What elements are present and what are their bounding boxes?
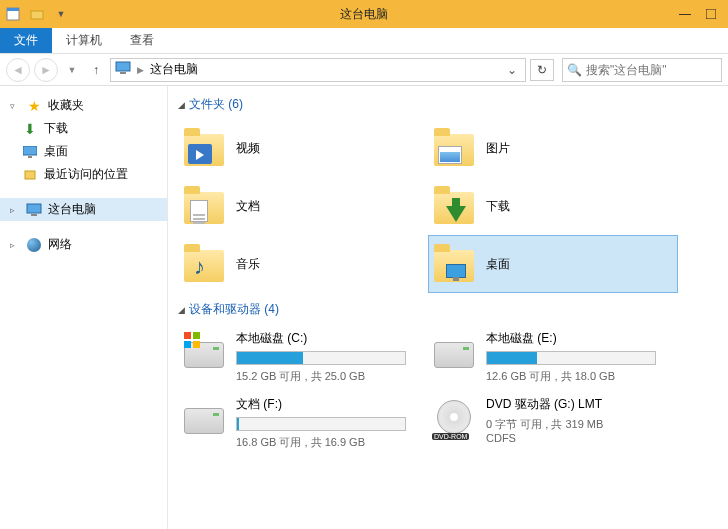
drive-capacity: 15.2 GB 可用 , 共 25.0 GB — [236, 369, 424, 384]
network-icon — [26, 237, 42, 253]
sidebar-label: 收藏夹 — [48, 97, 84, 114]
capacity-bar — [486, 351, 656, 365]
qat-dropdown-icon[interactable]: ▼ — [52, 5, 70, 23]
sidebar-item-downloads[interactable]: ⬇ 下载 — [0, 117, 167, 140]
section-folders-header[interactable]: ◢ 文件夹 (6) — [178, 96, 718, 113]
drive-item[interactable]: DVD-ROMDVD 驱动器 (G:) LMT0 字节 可用 , 共 319 M… — [428, 390, 678, 456]
svg-rect-3 — [706, 9, 716, 19]
sidebar-thispc[interactable]: ▹ 这台电脑 — [0, 198, 167, 221]
star-icon: ★ — [26, 98, 42, 114]
download-icon: ⬇ — [22, 121, 38, 137]
folder-item-desktopf[interactable]: 桌面 — [428, 235, 678, 293]
new-folder-icon[interactable] — [28, 5, 46, 23]
sidebar-item-label: 下载 — [44, 120, 68, 137]
dvd-icon: DVD-ROM — [432, 396, 476, 440]
folder-label: 下载 — [486, 198, 510, 215]
folder-label: 图片 — [486, 140, 510, 157]
desktop-icon — [22, 144, 38, 160]
search-box[interactable]: 🔍 — [562, 58, 722, 82]
tab-view[interactable]: 查看 — [116, 28, 168, 53]
forward-button[interactable]: ► — [34, 58, 58, 82]
computer-icon — [115, 61, 131, 78]
svg-rect-4 — [116, 62, 130, 71]
drive-icon — [182, 330, 226, 374]
chevron-right-icon: ▶ — [137, 65, 144, 75]
svg-rect-11 — [184, 332, 191, 339]
drive-icon — [432, 330, 476, 374]
sidebar-network[interactable]: ▹ 网络 — [0, 233, 167, 256]
sidebar: ▿ ★ 收藏夹 ⬇ 下载 桌面 最近访问的位置 ▹ 这台电脑 — [0, 86, 168, 529]
file-tab[interactable]: 文件 — [0, 28, 52, 53]
tab-computer[interactable]: 计算机 — [52, 28, 116, 53]
drive-name: 文档 (F:) — [236, 396, 424, 413]
svg-rect-8 — [25, 171, 35, 179]
sidebar-label: 网络 — [48, 236, 72, 253]
svg-rect-13 — [184, 341, 191, 348]
content-area: ◢ 文件夹 (6) 视频图片文档下载♪音乐桌面 ◢ 设备和驱动器 (4) 本地磁… — [168, 86, 728, 529]
recent-icon — [22, 167, 38, 183]
svg-rect-2 — [31, 11, 43, 19]
folder-label: 音乐 — [236, 256, 260, 273]
sidebar-favorites[interactable]: ▿ ★ 收藏夹 — [0, 94, 167, 117]
refresh-button[interactable]: ↻ — [530, 59, 554, 81]
folder-icon — [182, 126, 226, 170]
folder-item-video[interactable]: 视频 — [178, 119, 428, 177]
folder-icon — [432, 184, 476, 228]
expand-icon: ▿ — [10, 101, 20, 111]
folder-item-documents[interactable]: 文档 — [178, 177, 428, 235]
up-button[interactable]: ↑ — [86, 60, 106, 80]
drive-name: DVD 驱动器 (G:) LMT — [486, 396, 674, 413]
drive-item[interactable]: 本地磁盘 (C:)15.2 GB 可用 , 共 25.0 GB — [178, 324, 428, 390]
collapse-icon: ◢ — [178, 305, 185, 315]
search-input[interactable] — [586, 63, 717, 77]
svg-rect-6 — [23, 146, 37, 155]
properties-icon[interactable] — [4, 5, 22, 23]
folder-icon — [432, 126, 476, 170]
drive-item[interactable]: 本地磁盘 (E:)12.6 GB 可用 , 共 18.0 GB — [428, 324, 678, 390]
recent-dropdown-icon[interactable]: ▼ — [62, 60, 82, 80]
sidebar-item-recent[interactable]: 最近访问的位置 — [0, 163, 167, 186]
folder-label: 视频 — [236, 140, 260, 157]
computer-icon — [26, 202, 42, 218]
address-dropdown-icon[interactable]: ⌄ — [503, 63, 521, 77]
expand-icon: ▹ — [10, 240, 20, 250]
section-title: 文件夹 (6) — [189, 96, 243, 113]
folder-label: 文档 — [236, 198, 260, 215]
nav-bar: ◄ ► ▼ ↑ ▶ 这台电脑 ⌄ ↻ 🔍 — [0, 54, 728, 86]
folder-icon: ♪ — [182, 242, 226, 286]
folder-label: 桌面 — [486, 256, 510, 273]
folder-item-downloads[interactable]: 下载 — [428, 177, 678, 235]
folder-icon — [432, 242, 476, 286]
svg-rect-14 — [193, 341, 200, 348]
address-path: 这台电脑 — [150, 61, 198, 78]
window-title: 这台电脑 — [340, 6, 388, 23]
drive-icon — [182, 396, 226, 440]
maximize-button[interactable] — [698, 4, 724, 24]
collapse-icon: ◢ — [178, 100, 185, 110]
sidebar-label: 这台电脑 — [48, 201, 96, 218]
section-title: 设备和驱动器 (4) — [189, 301, 279, 318]
drive-fs: CDFS — [486, 432, 674, 444]
search-icon: 🔍 — [567, 63, 582, 77]
folder-item-pictures[interactable]: 图片 — [428, 119, 678, 177]
back-button[interactable]: ◄ — [6, 58, 30, 82]
sidebar-item-label: 最近访问的位置 — [44, 166, 128, 183]
minimize-button[interactable]: — — [672, 4, 698, 24]
title-bar: ▼ 这台电脑 — — [0, 0, 728, 28]
sidebar-item-label: 桌面 — [44, 143, 68, 160]
drive-item[interactable]: 文档 (F:)16.8 GB 可用 , 共 16.9 GB — [178, 390, 428, 456]
sidebar-item-desktop[interactable]: 桌面 — [0, 140, 167, 163]
folder-item-music[interactable]: ♪音乐 — [178, 235, 428, 293]
expand-icon: ▹ — [10, 205, 20, 215]
folder-icon — [182, 184, 226, 228]
drive-capacity: 16.8 GB 可用 , 共 16.9 GB — [236, 435, 424, 450]
drive-capacity: 0 字节 可用 , 共 319 MB — [486, 417, 674, 432]
drive-capacity: 12.6 GB 可用 , 共 18.0 GB — [486, 369, 674, 384]
drive-name: 本地磁盘 (E:) — [486, 330, 674, 347]
svg-rect-12 — [193, 332, 200, 339]
address-bar[interactable]: ▶ 这台电脑 ⌄ — [110, 58, 526, 82]
svg-rect-5 — [120, 72, 126, 74]
ribbon: 文件 计算机 查看 — [0, 28, 728, 54]
svg-rect-1 — [7, 8, 19, 11]
section-drives-header[interactable]: ◢ 设备和驱动器 (4) — [178, 301, 718, 318]
